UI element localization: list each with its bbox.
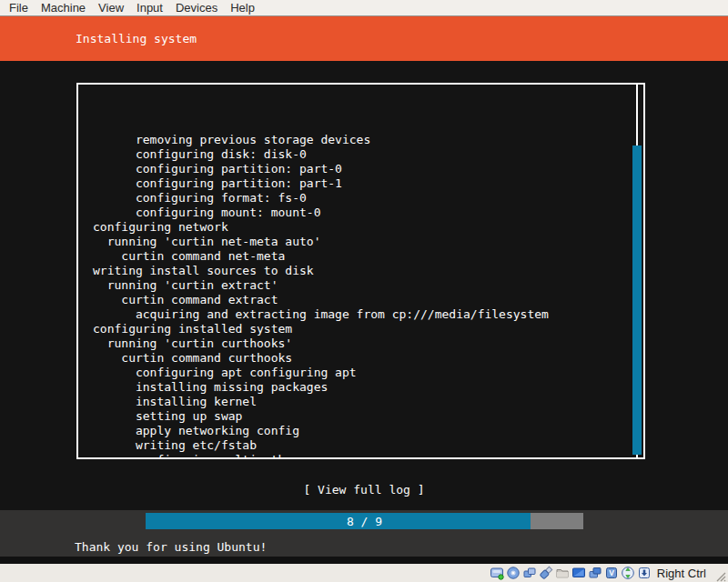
log-line: running 'curtin extract': [93, 278, 629, 293]
log-line: writing etc/fstab: [93, 438, 629, 453]
install-log-lines: removing previous storage devices config…: [78, 89, 629, 457]
thank-you-message: Thank you for using Ubuntu!: [75, 540, 267, 554]
log-line: curtin command net-meta: [93, 249, 629, 264]
network-icon[interactable]: [522, 566, 537, 580]
shared-folders-icon[interactable]: [555, 566, 570, 580]
virtualbox-window: File Machine View Input Devices Help Ins…: [0, 0, 728, 582]
log-line: setting up swap: [93, 409, 629, 424]
resize-grip-icon[interactable]: [712, 567, 726, 582]
recording-icon[interactable]: [588, 566, 602, 580]
progress-label: 8 / 9: [146, 513, 583, 529]
menubar: File Machine View Input Devices Help: [0, 0, 728, 16]
svg-text:V: V: [609, 568, 614, 577]
host-key-label: Right Ctrl: [657, 567, 706, 580]
log-line: configuring apt configuring apt: [93, 366, 629, 380]
menu-file[interactable]: File: [3, 0, 35, 15]
log-line: configuring format: fs-0: [93, 191, 629, 206]
log-line: configuring disk: disk-0: [93, 147, 629, 162]
log-line: acquiring and extracting image from cp:/…: [93, 307, 629, 322]
scrollbar-thumb[interactable]: [632, 146, 642, 455]
installer-body: removing previous storage devices config…: [0, 61, 728, 510]
mouse-integration-icon[interactable]: [621, 566, 635, 580]
log-line: curtin command extract: [93, 293, 629, 307]
menu-view[interactable]: View: [92, 0, 130, 15]
page-title: Installing system: [76, 32, 197, 45]
log-line: configuring multipath: [93, 453, 629, 457]
install-log-box: removing previous storage devices config…: [76, 83, 645, 459]
log-line: curtin command curthooks: [93, 351, 629, 366]
keyboard-capture-icon[interactable]: [637, 566, 652, 580]
log-line: writing install sources to disk: [93, 264, 629, 278]
install-progress-bar: 8 / 9: [146, 513, 583, 529]
statusbar: V Right Ctrl: [0, 564, 728, 582]
log-line: configuring network: [93, 220, 629, 235]
log-line: installing kernel: [93, 395, 629, 409]
log-line: configuring installed system: [93, 322, 629, 336]
log-line: removing previous storage devices: [93, 133, 629, 147]
hard-disk-icon[interactable]: [490, 566, 504, 580]
log-line: configuring partition: part-0: [93, 162, 629, 176]
log-line: configuring mount: mount-0: [93, 206, 629, 220]
features-icon[interactable]: V: [604, 566, 619, 580]
log-line: installing missing packages: [93, 380, 629, 395]
view-full-log-button[interactable]: [ View full log ]: [0, 483, 728, 497]
display-icon[interactable]: [571, 566, 586, 580]
usb-icon[interactable]: [539, 566, 553, 580]
log-line: running 'curtin curthooks': [93, 336, 629, 351]
menu-input[interactable]: Input: [130, 0, 169, 15]
menu-devices[interactable]: Devices: [169, 0, 224, 15]
menu-help[interactable]: Help: [224, 0, 261, 15]
log-line: apply networking config: [93, 424, 629, 438]
installer-footer: 8 / 9 Thank you for using Ubuntu!: [0, 510, 728, 557]
log-line: configuring partition: part-1: [93, 176, 629, 191]
log-line: running 'curtin net-meta auto': [93, 235, 629, 249]
vm-screen-edge: [0, 557, 728, 564]
optical-disc-icon[interactable]: [506, 566, 521, 580]
menu-machine[interactable]: Machine: [35, 0, 92, 15]
installer-header: Installing system: [0, 16, 728, 61]
